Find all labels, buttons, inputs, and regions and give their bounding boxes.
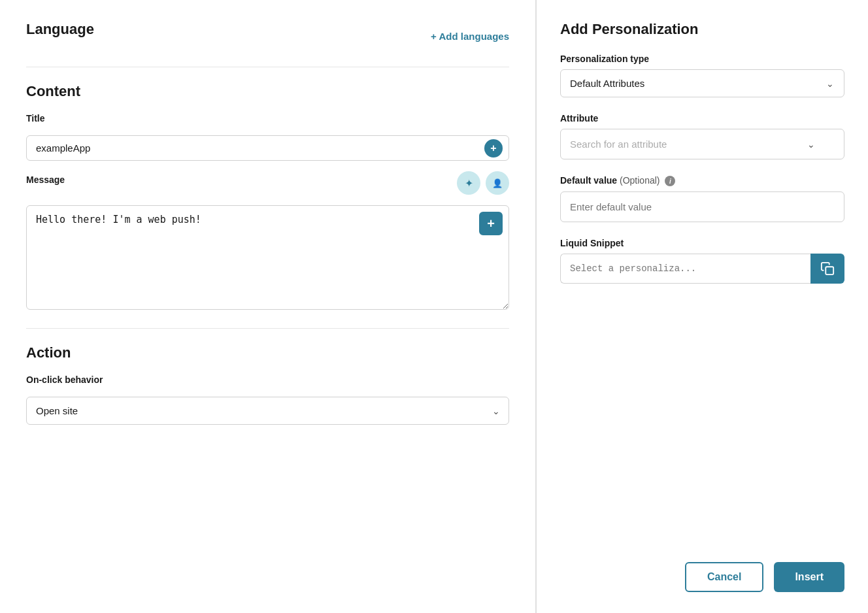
attribute-group: Attribute Search for an attribute ⌄ [560,113,844,159]
on-click-label: On-click behavior [26,374,509,385]
info-icon: i [665,176,675,186]
liquid-snippet-group: Liquid Snippet [560,238,844,284]
content-section-title: Content [26,83,509,100]
default-value-label-text: Default value [560,175,617,186]
panel-footer: Cancel Insert [560,552,844,592]
action-section-title: Action [26,344,509,361]
add-languages-button[interactable]: + Add languages [431,31,509,42]
message-field-group: Message ✦ 👤 Hello there! I'm a web push!… [26,171,509,312]
title-field-group: Title + [26,113,509,171]
right-panel: Add Personalization Personalization type… [536,0,868,613]
personalization-type-select[interactable]: Default Attributes Custom Attributes Eve… [560,69,844,97]
title-field-label: Title [26,113,509,124]
on-click-behavior-group: On-click behavior Open site Open URL Do … [26,374,509,425]
language-section-header: Language + Add languages [26,21,509,51]
attribute-chevron-icon: ⌄ [807,139,815,150]
language-section-title: Language [26,21,94,38]
title-input-wrapper: + [26,135,509,161]
on-click-select-wrapper: Open site Open URL Do nothing ⌄ [26,397,509,425]
message-plus-icon: + [487,216,495,231]
message-textarea[interactable]: Hello there! I'm a web push! [26,205,509,310]
plus-icon: + [490,142,496,154]
personalization-type-label: Personalization type [560,54,844,64]
attribute-placeholder-text: Search for an attribute [570,139,667,150]
default-value-group: Default value (Optional) i [560,175,844,222]
liquid-snippet-wrapper [560,254,844,284]
sparkle-icon: ✦ [465,177,473,190]
add-person-button[interactable]: 👤 [486,171,509,195]
language-divider [26,67,509,67]
personalization-type-wrapper: Default Attributes Custom Attributes Eve… [560,69,844,97]
message-field-label: Message [26,174,65,185]
content-action-divider [26,328,509,329]
attribute-search-dropdown[interactable]: Search for an attribute ⌄ [560,129,844,159]
optional-label: (Optional) [620,175,659,186]
message-area-wrapper: Hello there! I'm a web push! + [26,205,509,312]
copy-icon [820,261,835,276]
title-input[interactable] [26,135,509,161]
default-value-input[interactable] [560,191,844,222]
sparkle-button[interactable]: ✦ [457,171,480,195]
title-add-button[interactable]: + [484,139,503,157]
message-add-button[interactable]: + [479,212,503,235]
panel-title: Add Personalization [560,21,844,38]
add-person-icon: 👤 [492,178,503,188]
liquid-copy-button[interactable] [810,254,844,284]
svg-rect-0 [826,267,833,275]
default-value-label: Default value (Optional) i [560,175,844,186]
cancel-button[interactable]: Cancel [685,562,763,592]
left-panel: Language + Add languages Content Title +… [0,0,536,613]
attribute-dropdown-wrapper: Search for an attribute ⌄ [560,129,844,159]
liquid-snippet-label: Liquid Snippet [560,238,844,248]
insert-button[interactable]: Insert [774,562,844,592]
message-toolbar: ✦ 👤 [457,171,509,195]
personalization-type-group: Personalization type Default Attributes … [560,54,844,97]
on-click-select[interactable]: Open site Open URL Do nothing [26,397,509,425]
attribute-label: Attribute [560,113,844,124]
liquid-snippet-input[interactable] [560,254,810,284]
